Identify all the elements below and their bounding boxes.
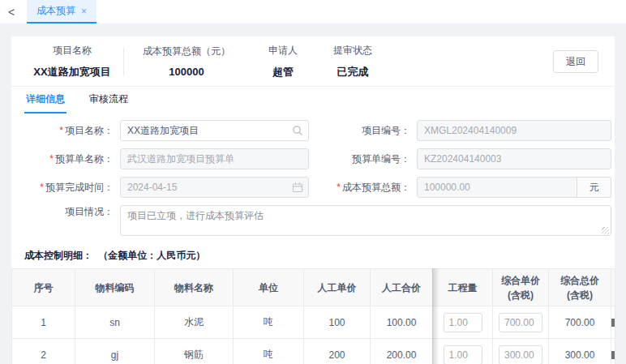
required-mark: * [40,182,44,193]
form-row: 项目情况： 项目已立项，进行成本预算评估 [11,205,611,238]
vertical-divider [123,48,124,75]
label-text: 成本预算总额： [342,182,410,193]
unit-note: （金额单位：人民币元） [98,250,205,261]
label-text: 项目名称： [65,125,114,136]
field-label: 项目情况： [11,205,120,219]
budget-total-input [417,177,577,198]
field-label: 预算单编号： [309,152,417,166]
form-row: *项目名称： 项目编号： [11,120,611,141]
detail-form: *项目名称： 项目编号： *预算单名称： 预算单编号： [11,113,615,238]
project-name-input[interactable] [120,120,309,141]
label-text: 预算单名称： [55,153,114,165]
summary-value: 100000 [134,66,239,78]
summary-label: 申请人 [268,44,298,58]
finish-date-input [120,177,309,198]
budget-code-input [417,148,611,169]
cell-quantity [433,339,493,364]
combined-price-input[interactable] [499,313,542,332]
summary-label: 提审状态 [333,44,372,58]
col-combined-total: 综合总价(含税) [549,269,611,306]
content-card: 项目名称 XX道路加宽项目 成本预算总额（元） 100000 申请人 超管 提审… [11,36,615,364]
detail-table-wrap: 序号 物料编码 物料名称 单位 人工单价 人工合价 工程量 综合单价(含税) 综… [11,268,615,364]
summary-value: 超管 [268,65,298,79]
cell-clipped [611,339,615,364]
cell-clipped [611,306,615,339]
label-text: 预算单编号： [352,153,410,165]
summary-status: 提审状态 已完成 [333,44,372,79]
form-row: *预算单名称： 预算单编号： [11,148,611,169]
project-code-input [417,120,611,141]
col-labor-price: 人工单价 [304,269,371,306]
combined-price-input[interactable] [499,345,542,364]
finish-date-field [120,177,309,198]
table-row: 1 sn 水泥 吨 100 100.00 700.00 [12,306,615,339]
budget-name-input [120,148,309,169]
col-combined-price: 综合单价(含税) [493,269,549,306]
table-header-row: 序号 物料编码 物料名称 单位 人工单价 人工合价 工程量 综合单价(含税) 综… [12,269,615,306]
summary-applicant: 申请人 超管 [268,44,298,79]
col-quantity: 工程量 [433,269,493,306]
cell-seq: 1 [12,306,75,339]
project-code-field [417,120,611,141]
document-tabbar: < 成本预算 × [0,0,626,24]
required-mark: * [337,182,341,193]
cell-unit: 吨 [234,339,304,364]
required-mark: * [59,125,63,136]
summary-value: XX道路加宽项目 [24,65,120,79]
cell-seq: 2 [12,339,75,364]
label-text: 预算完成时间： [45,182,114,193]
cell-material-name: 钢筋 [155,339,234,364]
field-label: *预算完成时间： [11,181,120,195]
currency-suffix: 元 [577,177,611,198]
cell-labor-total: 200.00 [371,339,433,364]
col-labor-total: 人工合价 [371,269,433,306]
close-tab-icon[interactable]: × [81,6,87,16]
required-mark: * [49,153,54,165]
cell-labor-price: 100 [304,306,371,339]
col-seq: 序号 [12,269,75,306]
status-badge: 已完成 [333,65,372,79]
cell-combined-price [493,339,549,364]
project-desc-field: 项目已立项，进行成本预算评估 [120,205,611,238]
doc-tab-label: 成本预算 [36,4,75,18]
project-name-field [120,120,309,141]
budget-name-field [120,148,309,169]
cell-combined-price [493,306,549,339]
detail-table: 序号 物料编码 物料名称 单位 人工单价 人工合价 工程量 综合单价(含税) 综… [11,268,615,364]
label-text: 项目编号： [362,125,410,136]
budget-total-field: 元 [417,177,611,198]
cell-material-name: 水泥 [155,306,234,339]
col-unit: 单位 [234,269,304,306]
back-chevron-icon[interactable]: < [0,0,23,24]
cell-combined-total: 700.00 [549,306,611,339]
return-button[interactable]: 退回 [553,50,598,73]
label-text: 项目情况： [65,206,114,217]
table-row: 2 gj 钢筋 吨 200 200.00 300.00 [12,339,615,364]
field-label: 项目编号： [309,124,417,138]
cell-unit: 吨 [234,306,304,339]
doc-tab-cost-budget[interactable]: 成本预算 × [27,0,96,24]
field-label: *预算单名称： [11,152,120,166]
tab-audit-flow[interactable]: 审核流程 [88,87,130,113]
clipped-text-fragment [611,319,615,327]
summary-budget-total: 成本预算总额（元） 100000 [134,45,239,78]
summary-label: 成本预算总额（元） [134,45,239,58]
project-desc-textarea[interactable]: 项目已立项，进行成本预算评估 [120,205,611,236]
col-material-name: 物料名称 [155,269,234,306]
detail-title: 成本控制明细： [24,250,92,261]
cell-labor-price: 200 [304,339,371,364]
field-label: *项目名称： [11,124,120,138]
cell-combined-total: 300.00 [549,339,611,364]
summary-label: 项目名称 [24,44,120,58]
cell-quantity [433,306,493,339]
cell-material-code: sn [75,306,155,339]
field-label: *成本预算总额： [309,181,417,195]
detail-tabs: 详细信息 审核流程 [11,87,615,113]
clipped-text-fragment [611,351,615,359]
cell-material-code: gj [75,339,155,364]
col-material-code: 物料编码 [75,269,155,306]
quantity-input[interactable] [444,313,482,332]
tab-detail-info[interactable]: 详细信息 [24,87,66,113]
quantity-input[interactable] [444,345,482,364]
budget-code-field [417,148,611,169]
